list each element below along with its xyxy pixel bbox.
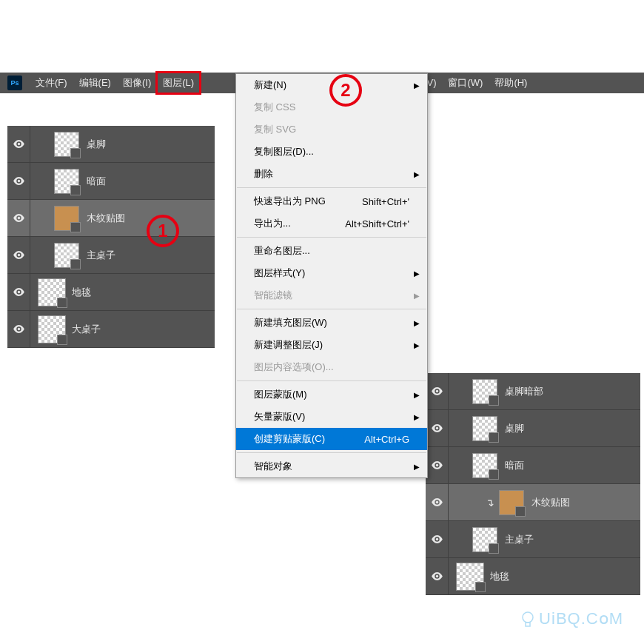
clip-arrow-icon: ↴ <box>486 497 494 509</box>
dropdown-label: 智能对象 <box>254 460 292 473</box>
svg-point-2 <box>17 217 19 219</box>
submenu-arrow-icon: ▶ <box>414 292 420 300</box>
layer-thumbnail[interactable] <box>54 243 79 268</box>
layer-thumbnail[interactable] <box>38 315 66 343</box>
dropdown-item[interactable]: 矢量蒙版(V)▶ <box>236 406 427 428</box>
visibility-icon[interactable] <box>426 498 448 506</box>
layer-row[interactable]: 地毯 <box>7 274 215 311</box>
layer-row[interactable]: 地毯 <box>426 558 640 595</box>
menu-file[interactable]: 文件(F) <box>30 73 73 93</box>
dropdown-label: 删除 <box>254 167 273 181</box>
svg-point-6 <box>435 390 437 392</box>
layer-dropdown: 新建(N)▶复制 CSS复制 SVG复制图层(D)...删除▶快速导出为 PNG… <box>235 73 428 478</box>
svg-point-10 <box>435 538 437 540</box>
layer-row[interactable]: 暗面 <box>7 163 215 200</box>
dropdown-label: 图层样式(Y) <box>254 266 305 280</box>
svg-point-5 <box>17 328 19 330</box>
dropdown-item[interactable]: 复制图层(D)... <box>236 141 427 163</box>
visibility-icon[interactable] <box>7 251 30 259</box>
menu-window[interactable]: 窗口(W) <box>442 73 489 93</box>
layer-thumbnail[interactable] <box>472 416 497 441</box>
layer-row[interactable]: 主桌子 <box>426 521 640 558</box>
layer-thumbnail[interactable] <box>499 490 524 515</box>
visibility-icon[interactable] <box>7 140 30 148</box>
annotation-2: 2 <box>329 74 362 107</box>
layer-name: 桌脚 <box>505 422 524 435</box>
layer-thumbnail[interactable] <box>54 169 79 194</box>
dropdown-item[interactable]: 删除▶ <box>236 163 427 185</box>
visibility-icon[interactable] <box>7 325 30 333</box>
svg-point-3 <box>17 254 19 256</box>
dropdown-item[interactable]: 重命名图层... <box>236 240 427 262</box>
photoshop-icon: Ps <box>7 76 22 90</box>
layer-thumbnail[interactable] <box>38 278 66 306</box>
layer-name: 主桌子 <box>505 533 534 546</box>
submenu-arrow-icon: ▶ <box>414 269 420 278</box>
visibility-icon[interactable] <box>426 387 448 395</box>
dropdown-label: 新建(N) <box>254 78 286 92</box>
visibility-icon[interactable] <box>7 177 30 185</box>
dropdown-label: 复制图层(D)... <box>254 145 314 158</box>
menu-image[interactable]: 图像(I) <box>117 73 157 93</box>
submenu-arrow-icon: ▶ <box>414 463 420 471</box>
menu-edit[interactable]: 编辑(E) <box>73 73 117 93</box>
layer-name: 暗面 <box>505 459 524 472</box>
dropdown-item[interactable]: 图层样式(Y)▶ <box>236 262 427 284</box>
layer-row[interactable]: 桌脚 <box>426 410 640 447</box>
layer-row[interactable]: 暗面 <box>426 447 640 484</box>
submenu-arrow-icon: ▶ <box>414 81 420 90</box>
layer-thumbnail[interactable] <box>472 527 497 552</box>
dropdown-label: 复制 CSS <box>254 101 295 114</box>
dropdown-label: 复制 SVG <box>254 123 296 136</box>
svg-point-9 <box>435 501 437 503</box>
layer-row[interactable]: 主桌子 <box>7 237 215 274</box>
dropdown-item: 复制 SVG <box>236 118 427 141</box>
layer-thumbnail[interactable] <box>456 563 484 591</box>
visibility-icon[interactable] <box>426 535 448 543</box>
submenu-arrow-icon: ▶ <box>414 170 420 178</box>
layer-row[interactable]: ↴木纹贴图 <box>426 484 640 521</box>
layer-name: 大桌子 <box>72 323 101 336</box>
dropdown-item[interactable]: 快速导出为 PNGShift+Ctrl+' <box>236 190 427 212</box>
layer-row[interactable]: 大桌子 <box>7 311 215 348</box>
layer-name: 地毯 <box>72 286 91 299</box>
dropdown-item: 图层内容选项(O)... <box>236 356 427 378</box>
visibility-icon[interactable] <box>426 424 448 432</box>
menu-layer[interactable]: 图层(L) <box>157 73 200 93</box>
svg-point-4 <box>17 291 19 293</box>
dropdown-item[interactable]: 新建调整图层(J)▶ <box>236 334 427 356</box>
dropdown-label: 新建填充图层(W) <box>254 316 327 329</box>
dropdown-item[interactable]: 智能对象▶ <box>236 455 427 477</box>
shortcut: Alt+Ctrl+G <box>364 434 409 445</box>
submenu-arrow-icon: ▶ <box>414 413 420 421</box>
layer-thumbnail[interactable] <box>54 132 79 157</box>
svg-point-8 <box>435 464 437 466</box>
layer-row[interactable]: 桌脚 <box>7 126 215 163</box>
visibility-icon[interactable] <box>426 572 448 580</box>
dropdown-label: 新建调整图层(J) <box>254 338 323 352</box>
layer-thumbnail[interactable] <box>472 453 497 478</box>
dropdown-item[interactable]: 新建填充图层(W)▶ <box>236 312 427 334</box>
layer-name: 木纹贴图 <box>87 212 125 225</box>
svg-point-11 <box>435 575 437 577</box>
visibility-icon[interactable] <box>426 461 448 469</box>
dropdown-item[interactable]: 图层蒙版(M)▶ <box>236 383 427 406</box>
menu-help[interactable]: 帮助(H) <box>489 73 533 93</box>
visibility-icon[interactable] <box>7 288 30 296</box>
layer-thumbnail[interactable] <box>472 379 497 404</box>
layer-name: 桌脚暗部 <box>505 385 543 398</box>
layers-panel-right: 桌脚暗部桌脚暗面↴木纹贴图主桌子地毯 <box>426 373 640 595</box>
layer-row[interactable]: 桌脚暗部 <box>426 373 640 410</box>
dropdown-label: 矢量蒙版(V) <box>254 410 305 423</box>
dropdown-item[interactable]: 创建剪贴蒙版(C)Alt+Ctrl+G <box>236 428 427 450</box>
dropdown-label: 创建剪贴蒙版(C) <box>254 432 325 446</box>
visibility-icon[interactable] <box>7 214 30 222</box>
layer-row[interactable]: 木纹贴图 <box>7 200 215 237</box>
svg-rect-13 <box>526 623 530 626</box>
annotation-1: 1 <box>147 215 179 247</box>
layer-thumbnail[interactable] <box>54 206 79 231</box>
svg-point-1 <box>17 180 19 182</box>
layer-name: 桌脚 <box>87 138 106 151</box>
watermark: UiBQ.CᴏM <box>520 609 623 629</box>
dropdown-item[interactable]: 导出为...Alt+Shift+Ctrl+' <box>236 212 427 235</box>
